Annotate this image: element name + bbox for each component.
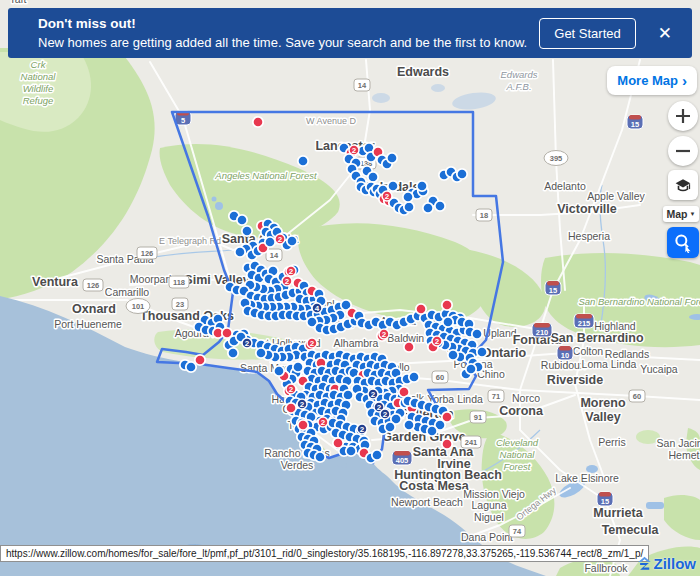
listing-dot-blue[interactable] — [368, 172, 378, 182]
schools-layer-button[interactable] — [668, 170, 698, 200]
banner-close-button[interactable]: ✕ — [652, 21, 678, 46]
listing-dot-blue[interactable] — [315, 452, 325, 462]
listing-dot-blue[interactable] — [186, 362, 196, 372]
listing-dot-blue[interactable] — [385, 422, 395, 432]
map-label: National — [21, 71, 57, 82]
listing-dot-blue[interactable] — [423, 203, 433, 213]
svg-text:101: 101 — [132, 302, 145, 311]
map-label: San Jacinto — [657, 437, 700, 449]
cluster-badge[interactable]: 2 — [382, 191, 392, 201]
cluster-badge[interactable]: 2 — [275, 234, 285, 244]
listing-dot-red[interactable] — [286, 403, 296, 413]
map-label: Yucaipa — [640, 363, 678, 375]
road-shield: 101 — [126, 299, 150, 314]
map-label: San Bernardino — [550, 331, 643, 345]
road-shield: 10 — [557, 346, 573, 360]
listing-dot-blue[interactable] — [403, 192, 413, 202]
zoom-in-button[interactable] — [668, 101, 698, 131]
map-label: Fallbrook — [584, 562, 628, 574]
cluster-badge[interactable]: 2 — [286, 266, 296, 276]
cluster-badge[interactable]: 2 — [349, 145, 359, 155]
listing-dot-blue[interactable] — [346, 446, 356, 456]
map-label: Edwards — [501, 69, 538, 80]
svg-text:2: 2 — [300, 400, 305, 409]
listing-dot-blue[interactable] — [256, 348, 266, 358]
get-started-button[interactable]: Get Started — [539, 18, 635, 49]
listing-dot-blue[interactable] — [477, 347, 487, 357]
map-label: Ontario — [482, 346, 527, 360]
cluster-badge[interactable]: 2 — [242, 338, 252, 348]
listing-dot-blue[interactable] — [443, 317, 453, 327]
cluster-badge[interactable]: 2 — [318, 417, 328, 427]
listing-dot-blue[interactable] — [372, 450, 382, 460]
listing-dot-red[interactable] — [333, 438, 343, 448]
map-label: E Telegraph Rd — [159, 236, 221, 246]
svg-text:215: 215 — [578, 319, 591, 328]
listing-dot-blue[interactable] — [265, 237, 275, 247]
cluster-badge[interactable]: 2 — [357, 424, 367, 434]
cluster-badge[interactable]: 2 — [297, 399, 307, 409]
map-label: Ventura — [32, 275, 79, 289]
listing-dot-blue[interactable] — [409, 372, 419, 382]
listing-dot-red[interactable] — [416, 304, 426, 314]
listing-dot-red[interactable] — [442, 300, 452, 310]
banner-title: Don't miss out! — [38, 16, 539, 31]
listing-dot-blue[interactable] — [287, 236, 297, 246]
map-label: Moorpark — [130, 273, 175, 285]
listing-dot-blue[interactable] — [387, 153, 397, 163]
listing-dot-blue[interactable] — [457, 169, 467, 179]
cluster-badge[interactable]: 2 — [380, 409, 390, 419]
map-label: San Bernardino National Forest — [578, 296, 700, 307]
map-label: Riverside — [547, 373, 603, 387]
listing-dot-blue[interactable] — [293, 362, 303, 372]
listing-dot-blue[interactable] — [448, 350, 458, 360]
browser-status-bar: https://www.zillow.com/homes/for_sale/fo… — [0, 545, 649, 562]
listing-dot-blue[interactable] — [298, 156, 308, 166]
cluster-badge[interactable]: 2 — [282, 276, 292, 286]
listing-dot-red[interactable] — [195, 355, 205, 365]
map-canvas[interactable]: TaftCrkNationalWildlifeRefugeEdwardsEdwa… — [0, 0, 700, 576]
svg-text:126: 126 — [87, 281, 100, 290]
road-shield: 126 — [137, 247, 157, 259]
listing-dot-blue[interactable] — [435, 201, 445, 211]
cluster-badge[interactable]: 2 — [286, 384, 296, 394]
zoom-out-button[interactable] — [668, 136, 698, 166]
map-label: Moreno — [580, 396, 626, 410]
listing-dot-blue[interactable] — [472, 329, 482, 339]
listing-dot-blue[interactable] — [466, 364, 476, 374]
listing-dot-blue[interactable] — [404, 202, 414, 212]
map-label: Forest — [504, 461, 531, 472]
more-map-button[interactable]: More Map › — [607, 66, 697, 95]
listing-dot-blue[interactable] — [237, 215, 247, 225]
cluster-badge[interactable]: 4 — [312, 303, 322, 313]
listing-dot-red[interactable] — [442, 412, 452, 422]
listing-dot-red[interactable] — [298, 420, 308, 430]
listing-dot-blue[interactable] — [417, 181, 427, 191]
cluster-badge[interactable]: 2 — [368, 389, 378, 399]
svg-text:210: 210 — [536, 328, 549, 337]
road-shield: 74 — [509, 525, 525, 537]
draw-search-button[interactable] — [667, 227, 699, 258]
road-shield: 241 — [461, 436, 481, 448]
svg-text:60: 60 — [633, 392, 641, 401]
svg-text:2: 2 — [435, 337, 440, 346]
map-label: Costa Mesa — [399, 479, 470, 493]
cluster-badge[interactable]: 2 — [379, 329, 389, 339]
listing-dot-blue[interactable] — [228, 348, 238, 358]
cluster-badge[interactable]: 2 — [432, 336, 442, 346]
listing-dot-blue[interactable] — [274, 366, 284, 376]
listing-dot-blue[interactable] — [404, 420, 414, 430]
listing-dot-red[interactable] — [253, 117, 263, 127]
map-label: Crk — [31, 59, 47, 70]
listing-dot-blue[interactable] — [235, 247, 245, 257]
minus-icon — [675, 143, 691, 159]
listing-dot-blue[interactable] — [388, 181, 398, 191]
listing-dot-red[interactable] — [442, 439, 452, 449]
listing-dot-blue[interactable] — [427, 426, 437, 436]
listing-dot-blue[interactable] — [242, 226, 252, 236]
cluster-badge[interactable]: 2 — [307, 338, 317, 348]
zillow-attribution[interactable]: Zillow — [637, 555, 697, 572]
map-type-button[interactable]: Map ▼ — [663, 206, 699, 222]
map-label: Murrieta — [593, 506, 643, 520]
listing-dot-red[interactable] — [404, 342, 414, 352]
